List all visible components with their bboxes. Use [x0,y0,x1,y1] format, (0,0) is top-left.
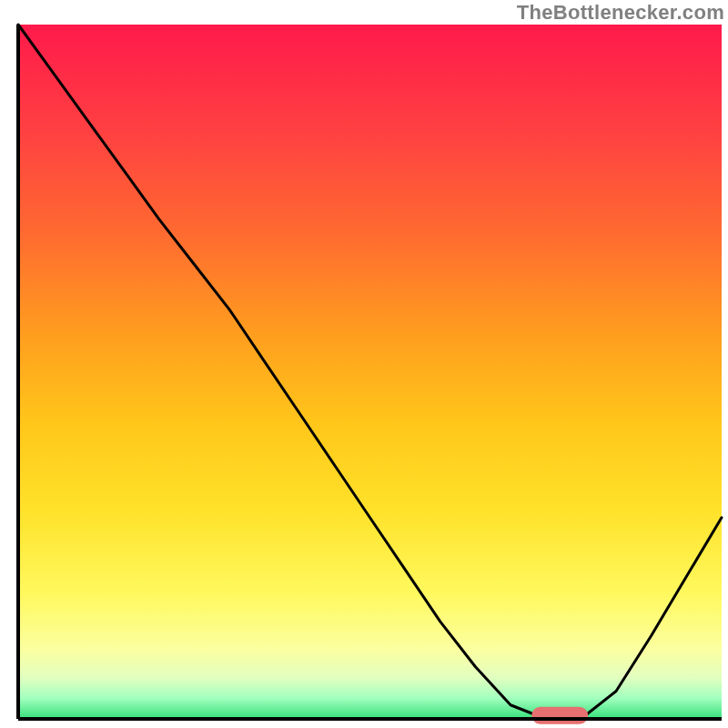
bottleneck-chart-svg [0,0,728,728]
sweet-spot-marker [531,707,588,724]
chart-container: TheBottlenecker.com [0,0,728,728]
plot-background [18,25,722,719]
